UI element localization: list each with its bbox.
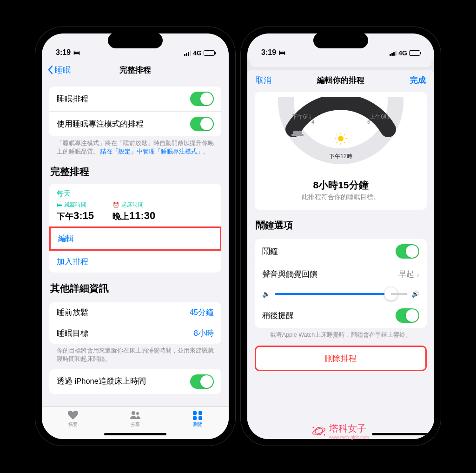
battery-icon: [409, 50, 420, 56]
page-title: 完整排程: [119, 65, 151, 75]
back-label: 睡眠: [55, 65, 71, 75]
bed-icon: 🛏: [279, 49, 285, 56]
svg-text:4: 4: [311, 119, 314, 125]
sheet-title: 編輯你的排程: [317, 75, 364, 86]
row-label: 使用睡眠專注模式的排程: [57, 119, 144, 129]
sleep-schedule-toggle[interactable]: [190, 92, 214, 106]
home-indicator[interactable]: [372, 433, 434, 435]
svg-point-24: [312, 427, 314, 428]
delete-schedule-button[interactable]: 刪除排程: [255, 346, 427, 371]
sleep-schedule-row[interactable]: 睡眠排程: [49, 87, 221, 111]
chevron-right-icon: ›: [417, 270, 420, 279]
svg-point-0: [132, 411, 135, 415]
watermark: 塔科女子 www.tech-girlz.com: [311, 422, 369, 440]
other-details-header: 其他詳細資訊: [49, 273, 221, 296]
focus-schedule-row[interactable]: 使用睡眠專注模式的排程: [49, 111, 221, 136]
phone-left: 3:19 🛏 4G 睡眠 完整排程 睡眠排程: [35, 27, 235, 446]
duration-title: 8小時15分鐘: [255, 179, 427, 192]
status-time: 3:19: [261, 48, 276, 57]
row-label: 睡前放鬆: [57, 307, 88, 318]
sleep-goal-row[interactable]: 睡眠目標 8小時: [49, 323, 221, 344]
svg-rect-3: [198, 411, 202, 415]
phone-right: 3:19 🛏 4G 取消 編輯你的排程 完成: [241, 27, 441, 446]
tab-bar: 摘要 分享 瀏覽: [42, 406, 229, 439]
network-label: 4G: [398, 49, 407, 57]
dynamic-island: [313, 33, 368, 48]
alarm-icon: ⏰: [112, 202, 119, 208]
alarm-row[interactable]: 鬧鐘: [255, 239, 427, 264]
row-label: 透過 iPhone追蹤床上時間: [57, 376, 146, 386]
dynamic-island: [108, 33, 163, 48]
wakeup-value: 晚上11:30: [112, 210, 155, 222]
status-time: 3:19: [56, 48, 71, 57]
volume-slider-row: 🔈 🔊: [255, 285, 427, 303]
sheet-nav: 取消 編輯你的排程 完成: [247, 70, 434, 90]
battery-icon: [204, 50, 215, 56]
schedule-days: 每天: [57, 189, 214, 198]
bed-icon: 🛏: [57, 202, 62, 208]
edit-button[interactable]: 編輯: [49, 227, 221, 251]
alarm-toggle[interactable]: [396, 244, 419, 259]
watermark-title: 塔科女子: [329, 423, 366, 433]
back-button[interactable]: 睡眠: [47, 65, 71, 75]
sound-value: 早起: [398, 269, 414, 280]
heart-icon: [67, 410, 79, 421]
snooze-toggle[interactable]: [396, 308, 419, 323]
svg-point-13: [338, 136, 344, 141]
dial-am6-label: 上午6時: [370, 113, 390, 121]
svg-rect-2: [193, 411, 197, 415]
grid-icon: [192, 410, 204, 421]
row-value: 8小時: [194, 328, 214, 339]
wakeup-label: 起床時間: [121, 201, 144, 209]
tab-label: 摘要: [68, 421, 78, 428]
watch-footnote: 戴著Apple Watch上床睡覺時，鬧鐘會在手錶上響鈴。: [255, 328, 427, 339]
svg-rect-5: [198, 416, 202, 420]
svg-line-20: [344, 142, 345, 143]
volume-slider[interactable]: [275, 293, 407, 295]
dial-pm6-label: 下午6時: [292, 113, 312, 121]
row-label: 聲音與觸覺回饋: [262, 269, 317, 280]
cancel-button[interactable]: 取消: [256, 75, 271, 86]
bedtime-label: 就寢時間: [64, 201, 86, 209]
svg-rect-12: [291, 134, 304, 136]
track-time-toggle[interactable]: [190, 374, 214, 389]
network-label: 4G: [193, 49, 202, 57]
svg-point-23: [312, 427, 326, 436]
volume-high-icon: 🔊: [411, 290, 419, 298]
add-schedule-button[interactable]: 加入排程: [49, 251, 221, 273]
full-schedule-header: 完整排程: [49, 156, 221, 179]
dial-noon-label: 下午12時: [329, 153, 352, 160]
home-indicator[interactable]: [104, 433, 166, 435]
volume-low-icon: 🔈: [262, 290, 270, 298]
tab-summary[interactable]: 摘要: [67, 410, 79, 428]
chevron-left-icon: [47, 65, 53, 74]
row-label: 睡眠排程: [57, 94, 88, 104]
winddown-row[interactable]: 睡前放鬆 45分鐘: [49, 302, 221, 323]
row-label: 睡眠目標: [57, 328, 88, 339]
focus-footnote: 「睡眠專注模式」將在「睡前放鬆」時自動開啟以提升你晚上的睡眠品質。 請在「設定」…: [49, 136, 221, 156]
tab-label: 分享: [131, 421, 140, 428]
focus-settings-link[interactable]: 請在「設定」中管理「睡眠專注模式」。: [100, 148, 209, 155]
track-time-row[interactable]: 透過 iPhone追蹤床上時間: [49, 369, 221, 394]
tab-share[interactable]: 分享: [129, 410, 141, 428]
tab-label: 瀏覽: [193, 421, 202, 428]
focus-schedule-toggle[interactable]: [190, 117, 214, 131]
done-button[interactable]: 完成: [410, 75, 426, 86]
bed-icon: 🛏: [73, 49, 80, 56]
sound-row[interactable]: 聲音與觸覺回饋 早起 ›: [255, 264, 427, 285]
sleep-dial-card: 8 4 4 8 下午6時 上午6時 下午12時: [255, 92, 427, 210]
svg-rect-4: [193, 416, 197, 420]
slider-thumb[interactable]: [384, 287, 397, 300]
bedtime-value: 下午3:15: [57, 210, 94, 222]
schedule-card[interactable]: 每天 🛏 就寢時間 下午3:15 ⏰ 起床時間: [49, 184, 221, 227]
row-label: 稍後提醒: [262, 311, 294, 321]
tab-browse[interactable]: 瀏覽: [192, 410, 204, 428]
watermark-url: www.tech-girlz.com: [329, 435, 369, 440]
background-sheet-stub: [250, 60, 431, 67]
signal-icon: [390, 51, 397, 56]
svg-line-21: [337, 142, 337, 143]
snooze-row[interactable]: 稍後提醒: [255, 303, 427, 328]
nav-bar: 睡眠 完整排程: [42, 60, 229, 80]
row-label: 鬧鐘: [262, 246, 278, 257]
planet-icon: [311, 424, 326, 439]
